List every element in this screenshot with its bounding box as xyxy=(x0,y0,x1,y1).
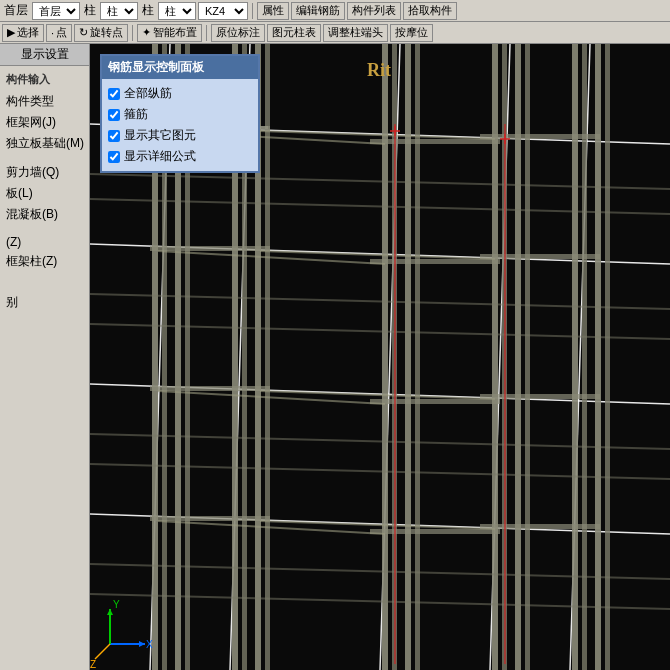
floor-select[interactable]: 首层 xyxy=(32,2,80,20)
subtype-select[interactable]: 柱 xyxy=(158,2,196,20)
rebar-check-detail-formula[interactable]: 显示详细公式 xyxy=(108,146,252,167)
origin-mark-button[interactable]: 原位标注 xyxy=(211,24,265,42)
rebar-check-all-longitudinal[interactable]: 全部纵筋 xyxy=(108,83,252,104)
svg-rect-42 xyxy=(480,524,600,529)
sidebar-section1: 构件输入 xyxy=(0,66,89,89)
sidebar: 显示设置 构件输入 构件类型 框架网(J) 独立板基础(M) 剪力墙(Q) 板(… xyxy=(0,44,90,670)
svg-text:Z: Z xyxy=(90,659,96,670)
separator1 xyxy=(252,3,253,19)
svg-rect-33 xyxy=(480,134,600,139)
checkbox-all-longitudinal[interactable] xyxy=(108,88,120,100)
label-other-elements: 显示其它图元 xyxy=(124,127,196,144)
pickup-button[interactable]: 拾取构件 xyxy=(403,2,457,20)
sidebar-item-foundation[interactable]: 独立板基础(M) xyxy=(0,133,89,154)
checkbox-other-elements[interactable] xyxy=(108,130,120,142)
rebar-panel-body: 全部纵筋 箍筋 显示其它图元 显示详细公式 xyxy=(102,79,258,171)
sidebar-item-slab[interactable]: 板(L) xyxy=(0,183,89,204)
toolbar-row2: ▶ 选择 · 点 ↻ 旋转点 ✦ 智能布置 原位标注 图元柱表 调整柱端头 按摩… xyxy=(0,22,670,44)
smart-icon: ✦ xyxy=(142,26,151,39)
select-icon: ▶ xyxy=(7,26,15,39)
rebar-check-other-elements[interactable]: 显示其它图元 xyxy=(108,125,252,146)
sidebar-item-grid[interactable]: 框架网(J) xyxy=(0,112,89,133)
rebar-check-stirrup[interactable]: 箍筋 xyxy=(108,104,252,125)
svg-rect-34 xyxy=(150,246,270,251)
type-label: 柱 xyxy=(82,2,98,19)
subtype-label: 柱 xyxy=(140,2,156,19)
svg-rect-41 xyxy=(370,529,500,534)
separator2 xyxy=(132,25,133,41)
sidebar-item-component-type[interactable]: 构件类型 xyxy=(0,91,89,112)
rebar-panel-title: 钢筋显示控制面板 xyxy=(102,56,258,79)
svg-text:Y: Y xyxy=(113,599,120,610)
sidebar-header: 显示设置 xyxy=(0,44,89,66)
svg-rect-32 xyxy=(370,139,500,144)
svg-rect-38 xyxy=(370,399,500,404)
label-stirrup: 箍筋 xyxy=(124,106,148,123)
point-button[interactable]: · 点 xyxy=(46,24,72,42)
sidebar-item-bie[interactable]: 别 xyxy=(0,292,89,313)
type-select[interactable]: 柱 xyxy=(100,2,138,20)
svg-rect-37 xyxy=(150,386,270,391)
svg-rect-35 xyxy=(370,259,500,264)
property-button[interactable]: 属性 xyxy=(257,2,289,20)
main-layout: 显示设置 构件输入 构件类型 框架网(J) 独立板基础(M) 剪力墙(Q) 板(… xyxy=(0,44,670,670)
rotate-icon: ↻ xyxy=(79,26,88,39)
svg-rect-21 xyxy=(415,44,420,670)
checkbox-detail-formula[interactable] xyxy=(108,151,120,163)
sidebar-item-z[interactable]: (Z) xyxy=(0,233,89,251)
grid-table-button[interactable]: 图元柱表 xyxy=(267,24,321,42)
svg-rect-40 xyxy=(150,516,270,521)
svg-rect-36 xyxy=(480,254,600,259)
separator3 xyxy=(206,25,207,41)
press-pos-button[interactable]: 按摩位 xyxy=(390,24,433,42)
edit-rebar-button[interactable]: 编辑钢筋 xyxy=(291,2,345,20)
svg-text:X: X xyxy=(146,639,153,650)
floor-label: 首层 xyxy=(2,2,30,19)
point-icon: · xyxy=(51,27,54,39)
sidebar-item-shear-wall[interactable]: 剪力墙(Q) xyxy=(0,162,89,183)
sidebar-item-concrete-slab[interactable]: 混凝板(B) xyxy=(0,204,89,225)
rebar-panel: 钢筋显示控制面板 全部纵筋 箍筋 显示其它图元 显示详细公式 xyxy=(100,54,260,173)
checkbox-stirrup[interactable] xyxy=(108,109,120,121)
svg-rect-39 xyxy=(480,394,600,399)
label-detail-formula: 显示详细公式 xyxy=(124,148,196,165)
svg-rect-29 xyxy=(605,44,610,670)
svg-rect-20 xyxy=(405,44,411,670)
sidebar-item-frame-col[interactable]: 框架柱(Z) xyxy=(0,251,89,272)
toolbar-row1: 首层 首层 柱 柱 柱 柱 KZ4 属性 编辑钢筋 构件列表 拾取构件 xyxy=(0,0,670,22)
label-all-longitudinal: 全部纵筋 xyxy=(124,85,172,102)
svg-rect-18 xyxy=(382,44,388,670)
smart-place-button[interactable]: ✦ 智能布置 xyxy=(137,24,202,42)
sidebar-items: 构件类型 框架网(J) 独立板基础(M) 剪力墙(Q) 板(L) 混凝板(B) … xyxy=(0,89,89,315)
adjust-top-button[interactable]: 调整柱端头 xyxy=(323,24,388,42)
svg-text:Rit: Rit xyxy=(367,60,391,80)
rotate-point-button[interactable]: ↻ 旋转点 xyxy=(74,24,128,42)
component-list-button[interactable]: 构件列表 xyxy=(347,2,401,20)
select-button[interactable]: ▶ 选择 xyxy=(2,24,44,42)
code-select[interactable]: KZ4 xyxy=(198,2,248,20)
viewport[interactable]: X Y Z Rit 钢筋显示控制面板 全部纵筋 箍筋 xyxy=(90,44,670,670)
